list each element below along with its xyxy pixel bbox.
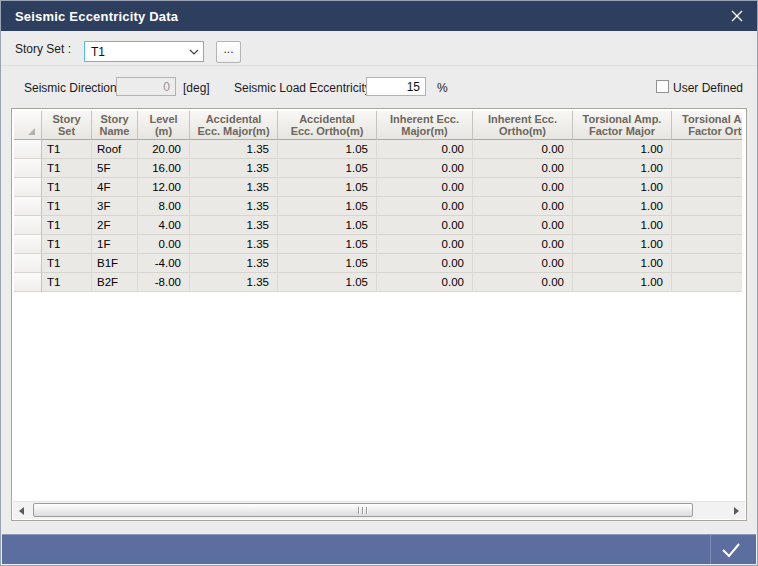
cell-accidental-ecc-ortho[interactable]: 1.05 [278, 197, 377, 216]
cell-inherent-ecc-major[interactable]: 0.00 [377, 197, 473, 216]
cell-level-m[interactable]: 16.00 [138, 159, 190, 178]
cell-inherent-ecc-major[interactable]: 0.00 [377, 159, 473, 178]
cell-story-name[interactable]: 5F [92, 159, 138, 178]
cell-inherent-ecc-major[interactable]: 0.00 [377, 235, 473, 254]
row-selector[interactable] [14, 216, 42, 235]
cell-torsional-amp-factor-major[interactable]: 1.00 [573, 216, 672, 235]
cell-accidental-ecc-major[interactable]: 1.35 [190, 159, 278, 178]
cell-accidental-ecc-ortho[interactable]: 1.05 [278, 216, 377, 235]
cell-torsional-amp-factor-major[interactable]: 1.00 [573, 159, 672, 178]
story-set-select[interactable]: T1 [84, 41, 204, 62]
row-selector[interactable] [14, 140, 42, 159]
cell-torsional-amp-factor-ortho[interactable] [672, 140, 742, 159]
cell-inherent-ecc-ortho[interactable]: 0.00 [473, 159, 573, 178]
cell-inherent-ecc-major[interactable]: 0.00 [377, 273, 473, 292]
row-selector[interactable] [14, 273, 42, 292]
cell-torsional-amp-factor-ortho[interactable] [672, 235, 742, 254]
row-selector[interactable] [14, 178, 42, 197]
cell-story-name[interactable]: B1F [92, 254, 138, 273]
column-header-torsional-amp-factor-ortho[interactable]: Torsional Amp.Factor Ortho [672, 111, 742, 140]
cell-story-set[interactable]: T1 [42, 197, 92, 216]
cell-story-name[interactable]: 1F [92, 235, 138, 254]
cell-story-set[interactable]: T1 [42, 159, 92, 178]
column-header-row-selector[interactable] [14, 111, 42, 140]
cell-torsional-amp-factor-ortho[interactable] [672, 178, 742, 197]
cell-torsional-amp-factor-ortho[interactable] [672, 254, 742, 273]
cell-story-set[interactable]: T1 [42, 235, 92, 254]
cell-accidental-ecc-ortho[interactable]: 1.05 [278, 140, 377, 159]
cell-torsional-amp-factor-major[interactable]: 1.00 [573, 254, 672, 273]
cell-torsional-amp-factor-ortho[interactable] [672, 159, 742, 178]
column-header-level-m[interactable]: Level(m) [138, 111, 190, 140]
row-selector[interactable] [14, 254, 42, 273]
ok-button[interactable] [712, 535, 750, 564]
cell-torsional-amp-factor-major[interactable]: 1.00 [573, 235, 672, 254]
cell-inherent-ecc-major[interactable]: 0.00 [377, 216, 473, 235]
column-header-story-name[interactable]: StoryName [92, 111, 138, 140]
cell-torsional-amp-factor-major[interactable]: 1.00 [573, 140, 672, 159]
column-header-accidental-ecc-major[interactable]: AccidentalEcc. Major(m) [190, 111, 278, 140]
horizontal-scrollbar[interactable] [13, 501, 745, 519]
cell-level-m[interactable]: 4.00 [138, 216, 190, 235]
row-selector[interactable] [14, 197, 42, 216]
cell-accidental-ecc-ortho[interactable]: 1.05 [278, 178, 377, 197]
cell-story-set[interactable]: T1 [42, 178, 92, 197]
cell-level-m[interactable]: -8.00 [138, 273, 190, 292]
cell-inherent-ecc-ortho[interactable]: 0.00 [473, 197, 573, 216]
cell-level-m[interactable]: 0.00 [138, 235, 190, 254]
cell-level-m[interactable]: -4.00 [138, 254, 190, 273]
cell-inherent-ecc-major[interactable]: 0.00 [377, 140, 473, 159]
cell-inherent-ecc-ortho[interactable]: 0.00 [473, 216, 573, 235]
scroll-left-button[interactable] [14, 503, 29, 518]
cell-torsional-amp-factor-ortho[interactable] [672, 216, 742, 235]
cell-level-m[interactable]: 20.00 [138, 140, 190, 159]
cell-story-name[interactable]: 4F [92, 178, 138, 197]
cell-accidental-ecc-ortho[interactable]: 1.05 [278, 235, 377, 254]
cell-story-name[interactable]: B2F [92, 273, 138, 292]
cell-accidental-ecc-major[interactable]: 1.35 [190, 140, 278, 159]
cell-inherent-ecc-major[interactable]: 0.00 [377, 178, 473, 197]
cell-accidental-ecc-ortho[interactable]: 1.05 [278, 254, 377, 273]
cell-inherent-ecc-ortho[interactable]: 0.00 [473, 140, 573, 159]
cell-torsional-amp-factor-major[interactable]: 1.00 [573, 178, 672, 197]
cell-inherent-ecc-ortho[interactable]: 0.00 [473, 273, 573, 292]
column-header-inherent-ecc-major[interactable]: Inherent Ecc.Major(m) [377, 111, 473, 140]
seismic-direction-input[interactable] [116, 77, 176, 96]
cell-story-set[interactable]: T1 [42, 254, 92, 273]
column-header-torsional-amp-factor-major[interactable]: Torsional Amp.Factor Major [573, 111, 672, 140]
cell-story-set[interactable]: T1 [42, 273, 92, 292]
cell-inherent-ecc-ortho[interactable]: 0.00 [473, 254, 573, 273]
scrollbar-thumb[interactable] [33, 503, 693, 517]
cell-level-m[interactable]: 12.00 [138, 178, 190, 197]
seismic-load-eccentricity-input[interactable] [366, 77, 426, 96]
cell-accidental-ecc-major[interactable]: 1.35 [190, 273, 278, 292]
user-defined-checkbox[interactable] [656, 80, 669, 93]
cell-story-name[interactable]: 2F [92, 216, 138, 235]
cell-story-set[interactable]: T1 [42, 216, 92, 235]
close-button[interactable] [725, 5, 749, 27]
column-header-accidental-ecc-ortho[interactable]: AccidentalEcc. Ortho(m) [278, 111, 377, 140]
cell-torsional-amp-factor-ortho[interactable] [672, 197, 742, 216]
cell-torsional-amp-factor-ortho[interactable] [672, 273, 742, 292]
cell-accidental-ecc-major[interactable]: 1.35 [190, 235, 278, 254]
browse-button[interactable]: ... [216, 41, 241, 63]
cell-level-m[interactable]: 8.00 [138, 197, 190, 216]
cell-accidental-ecc-major[interactable]: 1.35 [190, 216, 278, 235]
cell-inherent-ecc-ortho[interactable]: 0.00 [473, 178, 573, 197]
cell-accidental-ecc-major[interactable]: 1.35 [190, 178, 278, 197]
cell-torsional-amp-factor-major[interactable]: 1.00 [573, 197, 672, 216]
cell-story-set[interactable]: T1 [42, 140, 92, 159]
cell-story-name[interactable]: 3F [92, 197, 138, 216]
row-selector[interactable] [14, 235, 42, 254]
cell-accidental-ecc-major[interactable]: 1.35 [190, 197, 278, 216]
column-header-inherent-ecc-ortho[interactable]: Inherent Ecc.Ortho(m) [473, 111, 573, 140]
cell-inherent-ecc-major[interactable]: 0.00 [377, 254, 473, 273]
cell-inherent-ecc-ortho[interactable]: 0.00 [473, 235, 573, 254]
cell-story-name[interactable]: Roof [92, 140, 138, 159]
cell-accidental-ecc-major[interactable]: 1.35 [190, 254, 278, 273]
cell-accidental-ecc-ortho[interactable]: 1.05 [278, 273, 377, 292]
scroll-right-button[interactable] [729, 503, 744, 518]
cell-accidental-ecc-ortho[interactable]: 1.05 [278, 159, 377, 178]
column-header-story-set[interactable]: StorySet [42, 111, 92, 140]
row-selector[interactable] [14, 159, 42, 178]
